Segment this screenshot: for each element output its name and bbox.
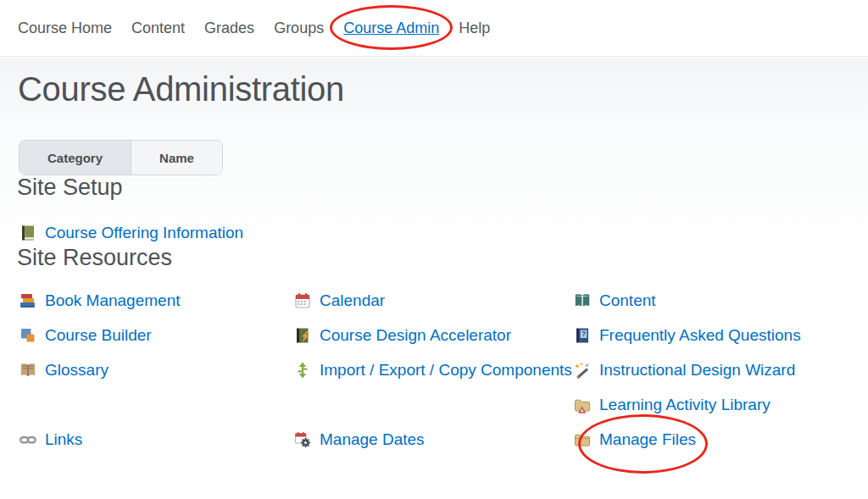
link-import-export-copy-components[interactable]: Import / Export / Copy Components (293, 357, 573, 383)
toggle-name-button[interactable]: Name (131, 141, 222, 175)
link-label: Course Builder (45, 326, 152, 344)
course-offering-book-icon (19, 224, 37, 242)
grid-cell: Links (19, 426, 293, 461)
grid-cell: Manage Files (573, 426, 868, 461)
manage-dates-icon (293, 430, 312, 449)
grid-cell: Content (573, 287, 868, 322)
link-manage-dates[interactable]: Manage Dates (293, 426, 573, 452)
grid-cell: Book Management (19, 287, 293, 322)
link-manage-files[interactable]: Manage Files (573, 426, 696, 452)
import-export-icon (293, 361, 312, 380)
magic-wand-icon (573, 361, 592, 380)
link-label: Manage Dates (320, 430, 425, 448)
learning-activity-library-icon (573, 396, 592, 414)
content-book-icon (573, 291, 592, 310)
link-label: Instructional Design Wizard (599, 361, 795, 379)
link-course-design-accelerator[interactable]: Course Design Accelerator (293, 322, 573, 348)
link-label: Glossary (45, 361, 108, 379)
manage-files-folder-icon (573, 430, 592, 449)
course-navbar: Course Home Content Grades Groups Course… (0, 0, 868, 57)
link-frequently-asked-questions[interactable]: ?Frequently Asked Questions (573, 322, 868, 348)
course-builder-icon (19, 326, 37, 345)
link-label: Content (599, 291, 656, 309)
grid-cell: Manage Dates (293, 426, 573, 461)
link-label: Learning Activity Library (599, 396, 771, 413)
link-label: Book Management (45, 291, 181, 309)
course-admin-page: Course Home Content Grades Groups Course… (0, 0, 868, 499)
nav-course-home[interactable]: Course Home (18, 19, 112, 37)
svg-text:?: ? (581, 330, 586, 338)
manage-files-wrap: Manage Files (573, 426, 696, 461)
grid-cell: Instructional Design Wizard Learning Act… (573, 357, 868, 426)
link-learning-activity-library[interactable]: Learning Activity Library (573, 391, 868, 418)
nav-content[interactable]: Content (131, 19, 185, 37)
grid-cell: Import / Export / Copy Components (293, 357, 573, 426)
link-content[interactable]: Content (573, 287, 868, 313)
link-label: Course Design Accelerator (320, 326, 511, 344)
link-label: Manage Files (599, 430, 696, 448)
site-resources-grid: Book Management Calendar Content Course … (0, 287, 868, 461)
course-design-accelerator-icon (293, 326, 312, 345)
nav-help[interactable]: Help (459, 19, 490, 37)
grid-cell: Course Builder (19, 322, 293, 357)
grid-cell: ?Frequently Asked Questions (573, 322, 868, 357)
link-book-management[interactable]: Book Management (19, 287, 293, 313)
nav-grades[interactable]: Grades (204, 19, 254, 37)
toggle-category-button[interactable]: Category (19, 141, 131, 175)
grid-cell: Calendar (293, 287, 573, 322)
link-instructional-design-wizard[interactable]: Instructional Design Wizard (573, 357, 868, 383)
link-links[interactable]: Links (19, 426, 293, 452)
nav-course-admin-wrap: Course Admin (343, 19, 439, 37)
faq-book-icon: ? (573, 326, 592, 345)
link-label: Import / Export / Copy Components (320, 361, 572, 379)
nav-groups[interactable]: Groups (274, 19, 324, 37)
site-setup-list: Course Offering Information (19, 219, 868, 246)
link-glossary[interactable]: Glossary (19, 357, 293, 383)
chain-links-icon (19, 430, 37, 449)
book-management-icon (19, 291, 37, 310)
main-content: Course Administration Category Name Site… (0, 58, 868, 499)
grid-cell: Course Design Accelerator (293, 322, 573, 357)
glossary-book-icon (19, 361, 37, 380)
link-course-offering-information[interactable]: Course Offering Information (19, 224, 243, 241)
link-calendar[interactable]: Calendar (293, 287, 573, 313)
link-label: Links (45, 430, 82, 448)
link-label: Calendar (320, 291, 385, 309)
calendar-icon (293, 291, 312, 310)
link-label: Frequently Asked Questions (599, 326, 801, 344)
link-course-builder[interactable]: Course Builder (19, 322, 293, 348)
site-setup-heading: Site Setup (17, 175, 868, 200)
view-toggle: Category Name (19, 140, 223, 175)
link-label: Course Offering Information (45, 224, 243, 241)
site-resources-heading: Site Resources (17, 246, 868, 270)
grid-cell: Glossary (19, 357, 293, 426)
nav-course-admin[interactable]: Course Admin (343, 19, 439, 36)
page-title: Course Administration (18, 72, 868, 106)
